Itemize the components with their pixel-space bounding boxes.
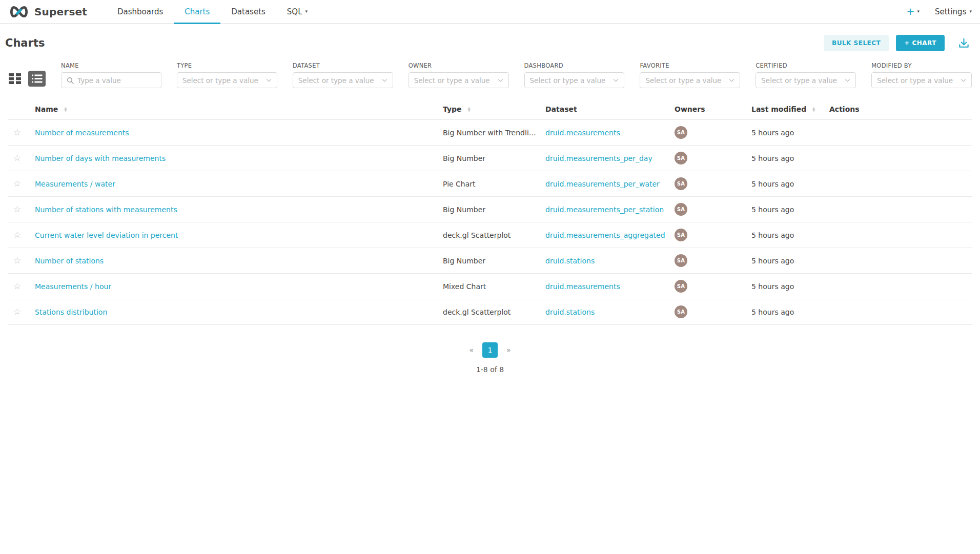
top-navbar: Superset Dashboards Charts Datasets SQL … [0,0,980,24]
chart-type-cell: deck.gl Scatterplot [439,299,541,325]
modified-by-filter-select[interactable]: Select or type a value [871,72,972,88]
owner-avatar[interactable]: SA [675,305,687,318]
chart-name-link[interactable]: Measurements / water [35,180,115,188]
list-view-button[interactable] [28,71,46,87]
chart-type-cell: Big Number [439,197,541,222]
select-placeholder: Select or type a value [645,76,725,85]
dataset-link[interactable]: druid.measurements_per_day [545,154,652,162]
dataset-link[interactable]: druid.measurements_per_water [545,180,660,188]
dataset-filter-select[interactable]: Select or type a value [293,72,393,88]
favorite-star-icon[interactable]: ☆ [13,178,21,189]
last-modified-cell: 5 hours ago [747,222,825,248]
column-header-last-modified[interactable]: Last modified ▲▼ [747,98,825,120]
column-label: Last modified [751,105,806,113]
favorite-filter-select[interactable]: Select or type a value [640,72,740,88]
bulk-select-button[interactable]: BULK SELECT [824,35,889,51]
sort-icon: ▲▼ [467,107,470,112]
dashboard-filter-select[interactable]: Select or type a value [524,72,625,88]
filter-label: TYPE [177,62,277,69]
dataset-link[interactable]: druid.measurements_per_station [545,206,664,214]
dataset-link[interactable]: druid.stations [545,308,595,316]
nav-tab-sql[interactable]: SQL ▾ [276,0,318,23]
dataset-link[interactable]: druid.measurements [545,129,620,137]
chart-type-cell: Big Number [439,248,541,274]
last-modified-cell: 5 hours ago [747,274,825,299]
nav-tab-datasets[interactable]: Datasets [220,0,276,23]
chart-name-link[interactable]: Number of days with measurements [35,154,166,162]
dataset-link[interactable]: druid.stations [545,257,595,265]
column-header-name[interactable]: Name ▲▼ [31,98,439,120]
superset-home-link[interactable]: Superset [8,0,87,23]
type-filter-select[interactable]: Select or type a value [177,72,277,88]
owner-avatar[interactable]: SA [675,152,687,165]
chevron-down-icon [498,78,503,83]
select-placeholder: Select or type a value [877,76,957,85]
certified-filter-select[interactable]: Select or type a value [756,72,856,88]
chart-type-cell: Mixed Chart [439,274,541,299]
owner-avatar[interactable]: SA [675,126,687,139]
nav-tab-dashboards[interactable]: Dashboards [107,0,174,23]
settings-menu-button[interactable]: Settings ▾ [935,7,972,16]
pagination-prev-button[interactable]: « [465,344,477,356]
chart-name-link[interactable]: Number of stations [35,257,104,265]
favorite-star-icon[interactable]: ☆ [13,230,21,240]
column-header-type[interactable]: Type ▲▼ [439,98,541,120]
chart-type-cell: deck.gl Scatterplot [439,222,541,248]
nav-tab-charts[interactable]: Charts [174,0,220,23]
favorite-star-icon[interactable]: ☆ [13,255,21,265]
favorite-star-icon[interactable]: ☆ [13,204,21,214]
filter-group-name: NAME [61,62,161,88]
filter-label: CERTIFIED [756,62,856,69]
chart-name-link[interactable]: Number of stations with measurements [35,206,177,214]
page-header: Charts BULK SELECT + CHART [0,24,980,62]
last-modified-cell: 5 hours ago [747,146,825,171]
dataset-link[interactable]: druid.measurements_aggregated [545,231,665,239]
chart-name-link[interactable]: Measurements / hour [35,282,111,291]
dataset-link[interactable]: druid.measurements [545,282,620,291]
owner-avatar[interactable]: SA [675,203,687,216]
actions-cell [825,274,972,299]
filter-group-dashboard: DASHBOARD Select or type a value [524,62,625,88]
pagination-next-button[interactable]: » [503,344,515,356]
new-chart-button[interactable]: + CHART [896,35,945,51]
owner-filter-select[interactable]: Select or type a value [409,72,509,88]
table-row: ☆ Stations distribution deck.gl Scatterp… [8,299,972,325]
favorite-column-header [8,98,31,120]
chart-name-link[interactable]: Number of measurements [35,129,129,137]
column-header-actions: Actions [825,98,972,120]
owner-avatar[interactable]: SA [675,177,687,190]
pagination: « 1 » 1-8 of 8 [0,342,980,374]
column-label: Owners [675,105,705,113]
superset-infinity-icon [8,5,30,18]
name-filter-input[interactable] [77,76,156,85]
owner-avatar[interactable]: SA [675,280,687,293]
pagination-page-1-button[interactable]: 1 [482,342,498,358]
filter-label: NAME [61,62,161,69]
favorite-star-icon[interactable]: ☆ [13,127,21,137]
charts-table: Name ▲▼ Type ▲▼ Dataset Owners Last modi… [8,98,972,325]
filter-group-favorite: FAVORITE Select or type a value [640,62,740,88]
chart-name-link[interactable]: Current water level deviation in percent [35,231,178,239]
view-mode-toggles [8,71,46,88]
favorite-star-icon[interactable]: ☆ [13,153,21,163]
owner-avatar[interactable]: SA [675,229,687,241]
chevron-down-icon [613,78,619,83]
name-filter-input-box[interactable] [61,72,161,88]
table-row: ☆ Measurements / water Pie Chart druid.m… [8,171,972,197]
select-placeholder: Select or type a value [530,76,610,85]
import-charts-button[interactable] [956,36,972,50]
column-header-dataset: Dataset [541,98,670,120]
card-view-button[interactable] [8,73,22,85]
chevron-down-icon [961,78,966,83]
nav-tab-label: Dashboards [117,7,163,16]
column-label: Actions [829,105,860,113]
filter-group-owner: OWNER Select or type a value [409,62,509,88]
pagination-summary: 1-8 of 8 [0,365,980,374]
new-item-menu-button[interactable]: + ▾ [906,7,919,16]
caret-down-icon: ▾ [305,9,308,14]
table-row: ☆ Number of stations Big Number druid.st… [8,248,972,274]
owner-avatar[interactable]: SA [675,254,687,267]
favorite-star-icon[interactable]: ☆ [13,281,21,291]
chart-name-link[interactable]: Stations distribution [35,308,107,316]
favorite-star-icon[interactable]: ☆ [13,306,21,317]
